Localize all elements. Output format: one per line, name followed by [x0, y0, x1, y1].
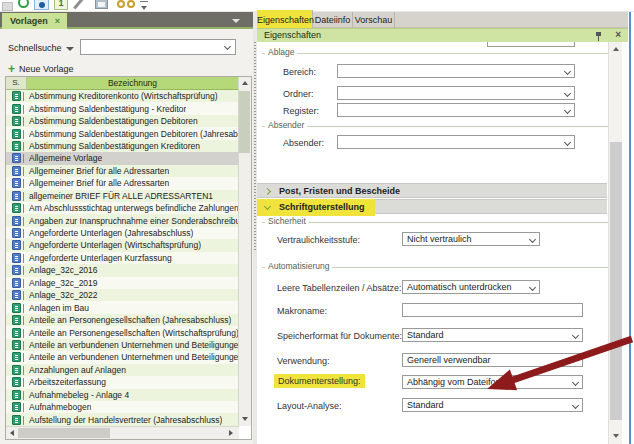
template-name: Angeforderte Unterlagen (Jahresabschluss…	[29, 228, 193, 238]
table-row[interactable]: Aufnahmebogen	[6, 401, 238, 413]
section-schriftguterstellung[interactable]: Schriftguterstellung	[257, 199, 607, 214]
scrollbar-thumb[interactable]	[239, 91, 250, 153]
template-name: Allgemeiner Brief für alle Adressarten	[29, 166, 169, 176]
bereich-select[interactable]	[337, 64, 575, 78]
makroname-input[interactable]	[402, 303, 583, 317]
table-row[interactable]: Abstimmung Saldenbestätigungen Debitoren	[6, 115, 238, 127]
quick-search-input[interactable]	[83, 41, 221, 53]
speicherformat-label: Speicherformat für Dokumente:	[277, 331, 402, 341]
table-row[interactable]: Anlagen im Bau	[6, 301, 238, 313]
quick-search-combobox[interactable]	[80, 39, 236, 55]
table-row-selected[interactable]: Allgemeine Vorlage	[6, 152, 238, 164]
refresh-icon[interactable]	[18, 0, 29, 8]
table-row[interactable]: Anzahlungen auf Anlagen	[6, 364, 238, 376]
scroll-left-icon[interactable]	[10, 430, 14, 436]
table-row[interactable]: Angeforderte Unterlagen Kurzfassung	[6, 252, 238, 264]
table-row[interactable]: Abstimmung Saldenbestätigungen Kreditore…	[6, 140, 238, 152]
table-row[interactable]: Allgemeiner Brief für alle Adressarten	[6, 177, 238, 189]
verwendung-label: Verwendung:	[277, 356, 330, 366]
table-row[interactable]: Arbeitszeiterfassung	[6, 376, 238, 388]
chevron-down-icon	[564, 90, 571, 97]
register-select[interactable]	[337, 103, 575, 117]
group-line	[262, 126, 609, 127]
scroll-up-icon[interactable]	[613, 47, 619, 51]
column-header-bezeichnung[interactable]: Bezeichnung	[27, 77, 238, 90]
column-header-status[interactable]: S.	[6, 77, 27, 90]
list-vertical-scrollbar[interactable]	[238, 77, 251, 426]
table-row[interactable]: Allgemeiner Brief für alle Adressarten	[6, 165, 238, 177]
overflow-icon[interactable]	[140, 1, 148, 10]
table-row[interactable]: Angeforderte Unterlagen (Wirtschaftsprüf…	[6, 239, 238, 251]
layout-analyse-select[interactable]: Standard	[402, 398, 583, 412]
table-row[interactable]: Abstimmung Saldenbestätigung - Kreditor	[6, 102, 238, 114]
template-doc-icon	[12, 253, 21, 263]
one-icon[interactable]: 1	[54, 0, 68, 10]
template-name: Abstimmung Saldenbestätigungen Debitoren…	[29, 129, 238, 139]
table-row[interactable]: Aufnahmebeleg - Anlage 4	[6, 389, 238, 401]
table-row[interactable]: Anlage_32c_2022	[6, 289, 238, 301]
save-icon[interactable]	[95, 0, 108, 9]
table-row[interactable]: Abstimmung Saldenbestätigungen Debitoren…	[6, 127, 238, 139]
verwendung-field[interactable]: Generell verwendbar	[402, 353, 583, 367]
makroname-label: Makroname:	[277, 306, 327, 316]
dokumenterstellung-select[interactable]: Abhängig vom Dateiformat	[402, 375, 583, 389]
template-doc-icon	[12, 328, 21, 338]
panel-splitter[interactable]	[254, 42, 256, 252]
tab-eigenschaften[interactable]: Eigenschaften	[257, 10, 313, 28]
template-name: Aufnahmebeleg - Anlage 4	[29, 390, 129, 400]
ordner-select[interactable]	[337, 86, 575, 100]
glasses-icon[interactable]	[117, 0, 125, 8]
quick-search-filter-caret-icon[interactable]	[66, 47, 74, 51]
table-row[interactable]: Anteile an verbundenen Unternehmen und B…	[6, 351, 238, 363]
template-name: Angeforderte Unterlagen Kurzfassung	[29, 253, 172, 263]
table-row[interactable]: allgemeiner BRIEF FÜR ALLE ADRESSARTEN1	[6, 190, 238, 202]
pin-icon[interactable]	[595, 32, 602, 41]
template-doc-icon	[12, 216, 21, 226]
ordner-label: Ordner:	[283, 89, 314, 99]
tab-dateiinfo[interactable]: Dateiinfo	[313, 12, 353, 28]
new-template-button[interactable]: +Neue Vorlage	[8, 62, 74, 76]
table-row[interactable]: Angeforderte Unterlagen (Jahresabschluss…	[6, 227, 238, 239]
table-row[interactable]: Anteile an verbundenen Unternehmen und B…	[6, 339, 238, 351]
scroll-down-icon[interactable]	[613, 434, 619, 438]
titlebar-menu-caret-icon[interactable]	[232, 19, 240, 23]
partial-field[interactable]	[487, 42, 575, 47]
scrollbar-thumb[interactable]	[18, 428, 110, 438]
list-horizontal-scrollbar[interactable]	[6, 426, 239, 439]
absender-select[interactable]	[337, 135, 575, 149]
template-doc-icon	[12, 265, 21, 275]
close-icon[interactable]: ×	[615, 29, 621, 40]
template-doc-icon	[12, 141, 21, 151]
template-name: Anteile an Personengesellschaften (Jahre…	[29, 315, 231, 325]
scrollbar-thumb[interactable]	[610, 142, 622, 420]
section-post-fristen[interactable]: Post, Fristen und Bescheide	[257, 183, 607, 198]
template-name: Allgemeiner Brief für alle Adressarten	[29, 178, 169, 188]
speicherformat-select[interactable]: Standard	[402, 328, 583, 342]
record-icon[interactable]	[34, 0, 49, 10]
template-doc-icon	[12, 290, 21, 300]
templates-titlebar: Vorlagen×	[0, 12, 253, 29]
tab-vorlagen[interactable]: Vorlagen×	[2, 13, 67, 29]
vertraulichkeitsstufe-select[interactable]: Nicht vertraulich	[402, 232, 540, 246]
verwendung-value: Generell verwendbar	[407, 355, 491, 365]
application-window: 1 Vorlagen× Schnellsuche +Neue Vorlage S…	[0, 0, 634, 444]
table-row[interactable]: Abstimmung Kreditorenkonto (Wirtschaftsp…	[6, 90, 238, 102]
partial-icon[interactable]	[2, 2, 13, 11]
scroll-up-icon[interactable]	[242, 81, 248, 85]
chevron-down-icon	[572, 332, 579, 339]
close-tab-icon[interactable]: ×	[55, 16, 60, 26]
scroll-right-icon[interactable]	[229, 430, 233, 436]
table-row[interactable]: Angaben zur Inanspruchnahme einer Sonder…	[6, 214, 238, 226]
table-row[interactable]: Am Abschlussstichtag unterwegs befindlic…	[6, 202, 238, 214]
table-row[interactable]: Anlage_32c_2016	[6, 264, 238, 276]
leere-tabellenzeilen-select[interactable]: Automatisch unterdrücken	[402, 280, 540, 294]
properties-vertical-scrollbar[interactable]	[608, 42, 622, 444]
table-row[interactable]: Aufstellung der Handelsvertreter (Jahres…	[6, 413, 238, 425]
table-row[interactable]: Anlage_32c_2019	[6, 277, 238, 289]
table-row[interactable]: Anteile an Personengesellschaften (Jahre…	[6, 314, 238, 326]
scroll-down-icon[interactable]	[242, 417, 248, 421]
tab-vorschau[interactable]: Vorschau	[353, 12, 395, 28]
wrench-icon[interactable]	[73, 0, 84, 9]
table-row[interactable]: Anteile an Personengesellschaften (Wirts…	[6, 326, 238, 338]
layout-analyse-label: Layout-Analyse:	[277, 401, 342, 411]
